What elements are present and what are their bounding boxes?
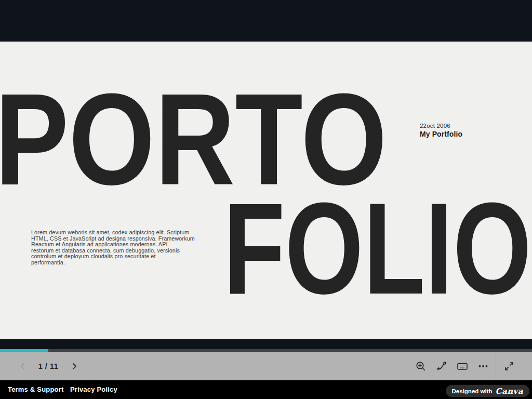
title-line-2: FOLIO bbox=[223, 176, 531, 321]
ellipsis-icon bbox=[477, 361, 489, 372]
previous-slide-button[interactable] bbox=[15, 358, 31, 375]
chevron-left-icon bbox=[19, 362, 27, 370]
slide-canvas[interactable]: PORTO FOLIO 22oct 2006 My Portfolio Lore… bbox=[0, 42, 532, 339]
next-slide-button[interactable] bbox=[66, 358, 83, 375]
fullscreen-button[interactable] bbox=[501, 358, 517, 375]
canva-logo: Canva bbox=[496, 387, 524, 396]
date-block: 22oct 2006 My Portfolio bbox=[420, 123, 462, 138]
chevron-right-icon bbox=[70, 362, 78, 370]
fullscreen-expand-icon bbox=[503, 361, 515, 372]
badge-prefix-text: Designed with bbox=[452, 388, 493, 394]
body-line: Lorem devum weboris sit amet, codex adip… bbox=[31, 230, 218, 236]
zoom-in-icon bbox=[415, 361, 427, 372]
privacy-policy-link[interactable]: Privacy Policy bbox=[70, 380, 117, 399]
slide-title-graphic: PORTO FOLIO bbox=[0, 42, 532, 339]
more-options-button[interactable] bbox=[475, 358, 491, 375]
keyboard-shortcuts-button[interactable] bbox=[454, 358, 471, 375]
draw-button[interactable] bbox=[433, 358, 450, 375]
slide-body-text: Lorem devum weboris sit amet, codex adip… bbox=[31, 230, 218, 265]
keyboard-icon bbox=[457, 361, 468, 372]
terms-support-link[interactable]: Terms & Support bbox=[8, 380, 64, 399]
draw-pen-icon bbox=[436, 361, 447, 372]
body-line: Reactum et Angularis ad applicationes mo… bbox=[31, 242, 218, 248]
presentation-viewer: PORTO FOLIO 22oct 2006 My Portfolio Lore… bbox=[0, 0, 532, 349]
controls-divider bbox=[496, 352, 496, 380]
page-indicator: 1 / 11 bbox=[30, 358, 66, 375]
slide-date: 22oct 2006 bbox=[420, 123, 462, 129]
body-line: performantia. bbox=[31, 260, 218, 266]
footer-bar: Terms & Support Privacy Policy Designed … bbox=[0, 380, 532, 399]
playback-control-bar: 1 / 11 bbox=[0, 352, 532, 380]
designed-with-canva-badge[interactable]: Designed with Canva bbox=[446, 385, 529, 397]
body-line: controlum et deployum cloudalis pro secu… bbox=[31, 254, 218, 260]
slide-subtitle: My Portfolio bbox=[420, 130, 462, 138]
zoom-button[interactable] bbox=[413, 358, 429, 375]
